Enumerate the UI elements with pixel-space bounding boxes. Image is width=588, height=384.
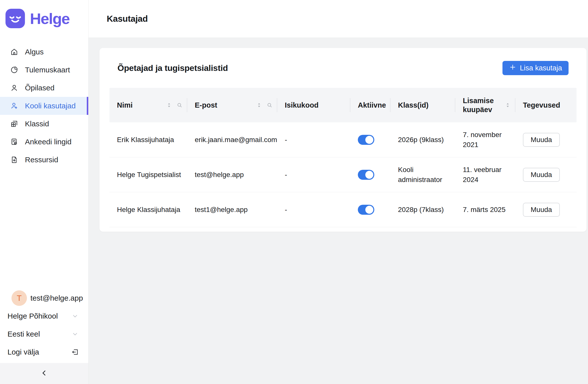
logout-button[interactable]: Logi välja: [0, 343, 88, 361]
doc-check-icon: [10, 138, 18, 146]
cell-isikukood: -: [277, 192, 350, 227]
column-header-klassid: Klass(id): [391, 88, 455, 122]
edit-button[interactable]: Muuda: [523, 168, 560, 182]
sidebar-item-algus[interactable]: Algus: [0, 43, 88, 61]
school-name: Helge Põhikool: [7, 312, 58, 320]
user-plus-icon: [10, 102, 18, 110]
doc-plus-icon: [10, 156, 18, 164]
card-header: Õpetajad ja tugispetsialistid Lisa kasut…: [109, 48, 577, 88]
cell-klass: 2026p (9klass): [391, 122, 455, 157]
page-header: Kasutajad: [89, 0, 588, 37]
cell-actions: Muuda: [515, 157, 577, 192]
cell-date: 7. märts 2025: [455, 192, 515, 227]
sidebar-item-klassid[interactable]: Klassid: [0, 115, 88, 133]
sidebar-item-kooli-kasutajad[interactable]: Kooli kasutajad: [0, 97, 88, 115]
column-header-nimi: Nimi: [109, 88, 187, 122]
grid-icon: [10, 120, 18, 128]
active-toggle[interactable]: [358, 205, 374, 215]
sidebar-item-label: Algus: [25, 48, 44, 56]
column-label: Lisamise kuupäev: [463, 96, 500, 114]
column-label: Nimi: [117, 101, 133, 110]
content-area: Õpetajad ja tugispetsialistid Lisa kasut…: [89, 37, 588, 384]
sidebar-item-label: Tulemuskaart: [25, 66, 70, 74]
cell-date: 11. veebruar 2024: [455, 157, 515, 192]
user-email: test@helge.app: [30, 294, 83, 302]
chevron-down-icon: [71, 330, 79, 338]
sort-icon[interactable]: [256, 102, 262, 108]
sidebar-item-label: Kooli kasutajad: [25, 102, 76, 110]
page-title: Kasutajad: [107, 14, 148, 24]
sidebar: Helge Algus Tulemuskaart: [0, 0, 89, 384]
card-title: Õpetajad ja tugispetsialistid: [117, 63, 228, 73]
cell-actions: Muuda: [515, 192, 577, 227]
sidebar-collapse-button[interactable]: [0, 363, 88, 384]
cell-name: Helge Klassijuhataja: [109, 192, 187, 227]
cell-isikukood: -: [277, 122, 350, 157]
active-toggle[interactable]: [358, 135, 374, 145]
search-icon[interactable]: [176, 102, 183, 108]
plus-icon: [509, 63, 516, 73]
helge-face-icon: [5, 9, 25, 28]
cell-active: [350, 192, 391, 227]
table-row: Erik Klassijuhataja erik.jaani.mae@gmail…: [109, 122, 577, 157]
column-label: Tegevused: [523, 101, 560, 110]
toggle-knob: [365, 136, 373, 144]
column-label: Isikukood: [285, 101, 318, 110]
sort-icon[interactable]: [504, 102, 511, 108]
column-label: E-post: [195, 101, 217, 110]
users-table: Nimi: [109, 88, 577, 227]
column-label: Aktiivne: [358, 101, 386, 110]
sidebar-item-label: Ressursid: [25, 156, 58, 164]
main-area: Kasutajad Õpetajad ja tugispetsialistid …: [89, 0, 588, 384]
avatar: T: [11, 290, 27, 306]
cell-klass: 2028p (7klass): [391, 192, 455, 227]
sidebar-item-label: Ankeedi lingid: [25, 138, 72, 146]
column-header-lisamise-kuupaev: Lisamise kuupäev: [455, 88, 515, 122]
cell-actions: Muuda: [515, 122, 577, 157]
column-header-epost: E-post: [187, 88, 277, 122]
cell-email: erik.jaani.mae@gmail.com: [187, 122, 277, 157]
language-selector[interactable]: Eesti keel: [0, 325, 88, 343]
column-header-tegevused: Tegevused: [515, 88, 577, 122]
sidebar-item-label: Klassid: [25, 120, 49, 128]
toggle-knob: [365, 206, 373, 214]
app-logo[interactable]: Helge: [0, 0, 88, 30]
column-header-aktiivne: Aktiivne: [350, 88, 391, 122]
users-card: Õpetajad ja tugispetsialistid Lisa kasut…: [99, 48, 587, 232]
cell-date: 7. november 2021: [455, 122, 515, 157]
current-user: T test@helge.app: [0, 289, 88, 307]
pie-chart-icon: [10, 66, 18, 74]
cell-email: test1@helge.app: [187, 192, 277, 227]
add-user-label: Lisa kasutaja: [520, 64, 562, 72]
home-icon: [10, 48, 18, 56]
chevron-left-icon: [40, 369, 48, 378]
cell-email: test@helge.app: [187, 157, 277, 192]
search-icon[interactable]: [266, 102, 273, 108]
cell-name: Erik Klassijuhataja: [109, 122, 187, 157]
sidebar-item-ressursid[interactable]: Ressursid: [0, 151, 88, 169]
cell-active: [350, 157, 391, 192]
sort-icon[interactable]: [166, 102, 172, 108]
sidebar-item-tulemuskaart[interactable]: Tulemuskaart: [0, 61, 88, 79]
cell-name: Helge Tugispetsialist: [109, 157, 187, 192]
add-user-button[interactable]: Lisa kasutaja: [502, 61, 569, 75]
toggle-knob: [365, 171, 373, 179]
school-selector[interactable]: Helge Põhikool: [0, 307, 88, 325]
column-header-isikukood: Isikukood: [277, 88, 350, 122]
cell-isikukood: -: [277, 157, 350, 192]
sidebar-item-ankeedi-lingid[interactable]: Ankeedi lingid: [0, 133, 88, 151]
sidebar-footer: T test@helge.app Helge Põhikool Eesti ke…: [0, 289, 88, 363]
chevron-down-icon: [71, 312, 79, 320]
active-toggle[interactable]: [358, 170, 374, 180]
logout-icon: [71, 348, 79, 356]
cell-klass: Kooli administraator: [391, 157, 455, 192]
edit-button[interactable]: Muuda: [523, 133, 560, 147]
table-row: Helge Tugispetsialist test@helge.app - K…: [109, 157, 577, 192]
person-icon: [10, 84, 18, 92]
cell-active: [350, 122, 391, 157]
column-label: Klass(id): [398, 101, 428, 110]
sidebar-item-opilased[interactable]: Õpilased: [0, 79, 88, 97]
edit-button[interactable]: Muuda: [523, 203, 560, 217]
table-header-row: Nimi: [109, 88, 577, 122]
sidebar-nav: Algus Tulemuskaart Õpilased: [0, 30, 88, 169]
